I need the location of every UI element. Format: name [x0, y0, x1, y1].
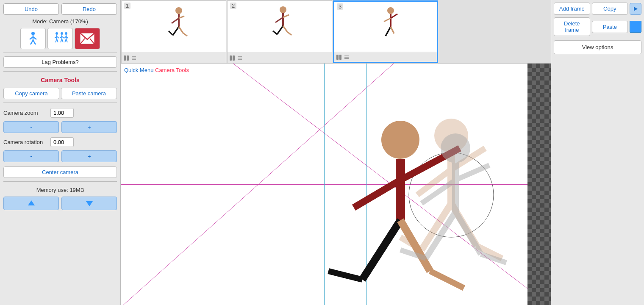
svg-line-72 — [417, 169, 451, 195]
frame-1-lines-icon — [131, 55, 137, 61]
frames-filler — [439, 0, 551, 63]
frame-3[interactable]: 3 — [333, 0, 438, 63]
svg-marker-27 — [28, 200, 35, 205]
svg-point-6 — [56, 32, 58, 35]
svg-marker-28 — [86, 201, 93, 206]
group-figure-icon — [53, 31, 68, 46]
camera-rotation-plus-button[interactable]: + — [61, 150, 117, 162]
svg-line-11 — [57, 39, 58, 42]
svg-line-82 — [362, 220, 400, 280]
svg-point-29 — [175, 7, 182, 14]
svg-line-85 — [430, 271, 464, 288]
svg-line-17 — [62, 39, 63, 42]
svg-line-47 — [283, 26, 287, 32]
paste-camera-button[interactable]: Paste camera — [61, 88, 117, 99]
frame-1[interactable]: 1 — [121, 0, 226, 63]
center-camera-button[interactable]: Center camera — [3, 166, 117, 178]
svg-point-42 — [280, 6, 286, 13]
add-copy-row: Add frame Copy — [554, 3, 641, 15]
svg-rect-50 — [230, 55, 232, 61]
camera-zoom-row: Camera zoom 1.00 — [3, 108, 117, 118]
svg-rect-61 — [336, 55, 339, 60]
redo-button[interactable]: Redo — [61, 3, 117, 15]
undo-button[interactable]: Undo — [3, 3, 59, 15]
svg-line-75 — [451, 203, 477, 246]
camera-rotation-label: Camera rotation — [3, 139, 48, 145]
svg-rect-38 — [127, 55, 129, 61]
svg-rect-51 — [233, 55, 235, 61]
divider-4 — [3, 181, 117, 182]
single-figure-icon — [25, 31, 41, 46]
svg-line-77 — [477, 246, 502, 258]
message-icon-btn[interactable] — [75, 28, 100, 49]
blue-square-indicator[interactable] — [630, 21, 641, 33]
camera-tools-buttons: Copy camera Paste camera — [3, 88, 117, 99]
camera-rotation-minus-button[interactable]: - — [3, 150, 59, 162]
svg-line-48 — [273, 31, 277, 34]
arrow-down-icon — [85, 199, 94, 208]
frame-3-figure — [369, 6, 402, 48]
tool-icons-row — [3, 28, 117, 49]
view-options-button[interactable]: View options — [554, 40, 641, 54]
frame-2[interactable]: 2 — [227, 0, 332, 63]
frame-2-number: 2 — [230, 3, 236, 9]
frame-3-icon — [336, 54, 342, 60]
frame-1-number: 1 — [124, 3, 130, 9]
camera-zoom-label: Camera zoom — [3, 110, 48, 116]
copy-button[interactable]: Copy — [592, 3, 628, 15]
frame-2-icon — [229, 55, 235, 61]
frame-3-footer — [334, 52, 437, 62]
lag-problems-button[interactable]: Lag Problems? — [3, 56, 117, 68]
svg-rect-62 — [339, 55, 341, 60]
canvas-white[interactable]: Quick Menu Camera Tools — [121, 64, 527, 305]
svg-line-74 — [422, 203, 451, 250]
divider-1 — [3, 53, 117, 53]
arrow-up-icon — [27, 199, 36, 208]
svg-line-60 — [391, 27, 394, 33]
camera-zoom-value: 1.00 — [50, 108, 74, 118]
frame-3-lines-icon — [344, 54, 350, 60]
quick-menu: Quick Menu Camera Tools — [124, 67, 189, 73]
canvas-area: Quick Menu Camera Tools — [121, 64, 551, 305]
paste-button[interactable]: Paste — [592, 21, 628, 33]
svg-point-12 — [61, 32, 63, 35]
svg-line-45 — [283, 15, 289, 17]
svg-line-31 — [172, 18, 179, 23]
frames-strip: 1 2 — [121, 0, 551, 64]
svg-line-4 — [31, 40, 33, 44]
play-icon — [633, 6, 638, 11]
single-figure-icon-btn[interactable] — [20, 28, 46, 49]
group-figure-icon-btn[interactable] — [47, 28, 73, 49]
svg-line-36 — [183, 33, 187, 36]
delete-frame-button[interactable]: Delete frame — [554, 17, 590, 36]
frame-1-icon — [123, 55, 129, 61]
camera-zoom-minus-button[interactable]: - — [3, 121, 59, 133]
camera-tools-title: Camera Tools — [3, 77, 117, 83]
add-frame-button[interactable]: Add frame — [554, 3, 590, 15]
memory-arrows — [3, 197, 117, 210]
svg-line-80 — [354, 180, 400, 208]
camera-zoom-plus-button[interactable]: + — [61, 121, 117, 133]
frame-1-figure — [157, 6, 191, 48]
svg-line-23 — [66, 39, 67, 42]
frame-3-canvas — [334, 2, 437, 52]
memory-label: Memory use: 19MB — [3, 187, 117, 193]
svg-point-55 — [387, 7, 394, 14]
camera-rotation-value: 0.00 — [50, 137, 74, 147]
play-button[interactable] — [630, 3, 641, 15]
arrow-down-button[interactable] — [61, 197, 117, 210]
frame-2-figure — [263, 6, 297, 48]
camera-tools-label[interactable]: Camera Tools — [155, 67, 189, 73]
svg-point-78 — [381, 121, 419, 159]
svg-line-84 — [328, 271, 362, 280]
svg-line-5 — [33, 40, 36, 44]
main-figure-svg — [121, 64, 527, 305]
quick-menu-label[interactable]: Quick Menu — [124, 67, 153, 73]
svg-point-18 — [65, 32, 67, 35]
mode-label: Mode: Camera (170%) — [3, 17, 117, 25]
main-area: 1 2 — [121, 0, 551, 305]
canvas-dark-area — [527, 64, 551, 305]
svg-line-46 — [277, 26, 283, 34]
copy-camera-button[interactable]: Copy camera — [3, 88, 59, 99]
arrow-up-button[interactable] — [3, 197, 59, 210]
